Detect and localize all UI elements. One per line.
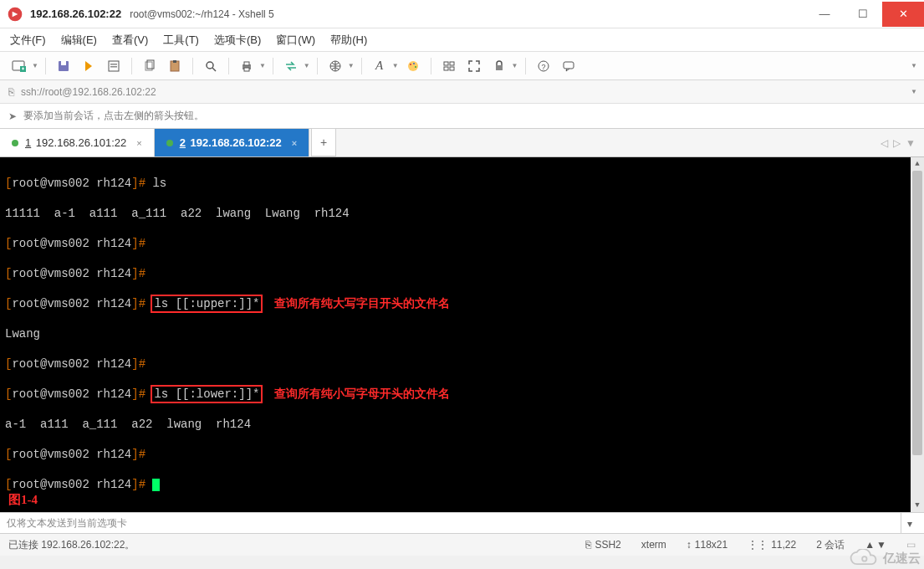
separator bbox=[131, 58, 132, 74]
session-tab-2[interactable]: 2 192.168.26.102:22 × bbox=[155, 129, 309, 156]
dropdown-icon[interactable]: ▼ bbox=[392, 62, 399, 69]
title-bar: 192.168.26.102:22 root@vms002:~/rh124 - … bbox=[0, 0, 924, 28]
status-bar: 已连接 192.168.26.102:22。 ⎘ SSH2 xterm ↕ 11… bbox=[0, 534, 924, 556]
svg-rect-7 bbox=[110, 66, 117, 68]
send-target-dropdown[interactable]: ▾ bbox=[901, 513, 917, 533]
tab-close-icon[interactable]: × bbox=[292, 138, 297, 148]
close-button[interactable]: ✕ bbox=[882, 2, 924, 27]
minimize-button[interactable]: — bbox=[805, 2, 844, 27]
status-protocol: ⎘ SSH2 bbox=[585, 539, 620, 551]
tab-next-icon[interactable]: ▷ bbox=[893, 137, 901, 149]
output-line: Lwang bbox=[5, 326, 919, 341]
svg-rect-21 bbox=[444, 62, 448, 65]
send-placeholder: 仅将文本发送到当前选项卡 bbox=[7, 516, 127, 531]
menu-window[interactable]: 窗口(W) bbox=[276, 33, 315, 48]
new-terminal-icon[interactable] bbox=[8, 55, 30, 77]
feedback-icon[interactable] bbox=[558, 55, 579, 77]
menu-file[interactable]: 文件(F) bbox=[10, 33, 46, 48]
search-icon[interactable] bbox=[200, 55, 222, 77]
status-down-icon[interactable]: ▼ bbox=[876, 539, 886, 551]
menu-help[interactable]: 帮助(H) bbox=[330, 33, 367, 48]
svg-rect-22 bbox=[450, 62, 454, 65]
tab-index: 2 bbox=[180, 136, 186, 149]
sessions-icon[interactable] bbox=[438, 55, 460, 77]
tab-close-icon[interactable]: × bbox=[136, 138, 141, 148]
svg-rect-24 bbox=[450, 67, 454, 70]
highlighted-command: ls [[:upper:]]* bbox=[152, 296, 261, 311]
cursor bbox=[152, 479, 160, 491]
maximize-button[interactable]: ☐ bbox=[844, 2, 882, 27]
window-title: 192.168.26.102:22 bbox=[30, 8, 121, 20]
svg-rect-11 bbox=[173, 60, 176, 63]
scrollbar[interactable]: ▲ ▼ bbox=[911, 157, 924, 512]
address-url[interactable]: ssh://root@192.168.26.102:22 bbox=[21, 86, 156, 98]
print-icon[interactable] bbox=[236, 55, 258, 77]
session-tab-1[interactable]: 1 192.168.26.101:22 × bbox=[0, 129, 155, 156]
svg-point-18 bbox=[410, 64, 411, 65]
menu-view[interactable]: 查看(V) bbox=[112, 33, 148, 48]
transfer-icon[interactable] bbox=[280, 55, 302, 77]
menu-bar: 文件(F) 编辑(E) 查看(V) 工具(T) 选项卡(B) 窗口(W) 帮助(… bbox=[0, 28, 924, 52]
status-cap-icon: ▭ bbox=[906, 539, 916, 551]
dropdown-icon[interactable]: ▼ bbox=[304, 62, 310, 69]
separator bbox=[192, 58, 193, 74]
address-bar: ⎘ ssh://root@192.168.26.102:22 ▼ bbox=[0, 80, 924, 104]
fullscreen-icon[interactable] bbox=[463, 55, 485, 77]
output-line: 11111 a-1 a111 a_111 a22 lwang Lwang rh1… bbox=[5, 206, 919, 221]
prompt-bracket: ]# bbox=[131, 177, 145, 190]
toolbar: ▼ ▼ ▼ ▼ A▼ ▼ ? ▼ bbox=[0, 52, 924, 80]
scroll-thumb[interactable] bbox=[912, 171, 922, 455]
svg-rect-15 bbox=[244, 68, 249, 71]
separator bbox=[431, 58, 431, 74]
prompt: root@vms002 rh124 bbox=[12, 177, 131, 190]
tab-index: 1 bbox=[25, 136, 31, 149]
dropdown-icon[interactable]: ▼ bbox=[32, 62, 38, 69]
paste-icon[interactable] bbox=[164, 55, 186, 77]
reconnect-icon[interactable] bbox=[78, 55, 100, 77]
separator bbox=[228, 58, 229, 74]
dropdown-icon[interactable]: ▼ bbox=[259, 62, 266, 69]
send-bar[interactable]: 仅将文本发送到当前选项卡 ▾ bbox=[0, 512, 924, 534]
window-subtitle: root@vms002:~/rh124 - Xshell 5 bbox=[130, 8, 274, 20]
separator bbox=[45, 58, 46, 74]
addressbar-overflow-icon[interactable]: ▼ bbox=[911, 88, 917, 95]
status-connected: 已连接 192.168.26.102:22。 bbox=[8, 538, 565, 552]
scroll-down-icon[interactable]: ▼ bbox=[911, 499, 924, 512]
svg-point-19 bbox=[413, 63, 415, 64]
status-sessions: 2 会话 bbox=[816, 538, 845, 552]
session-link-icon: ⎘ bbox=[8, 86, 14, 98]
status-up-icon[interactable]: ▲ bbox=[865, 539, 875, 551]
status-dot-icon bbox=[166, 140, 173, 146]
copy-icon[interactable] bbox=[139, 55, 161, 77]
annotation: 查询所有纯小写字母开头的文件名 bbox=[274, 387, 450, 400]
separator bbox=[317, 58, 318, 74]
svg-rect-14 bbox=[244, 62, 249, 65]
tab-list-icon[interactable]: ▼ bbox=[906, 137, 916, 149]
terminal[interactable]: [root@vms002 rh124]# ls 11111 a-1 a111 a… bbox=[0, 157, 924, 512]
menu-edit[interactable]: 编辑(E) bbox=[61, 33, 97, 48]
lock-icon[interactable] bbox=[488, 55, 510, 77]
properties-icon[interactable] bbox=[103, 55, 125, 77]
tab-bar: 1 192.168.26.101:22 × 2 192.168.26.102:2… bbox=[0, 129, 924, 157]
figure-label: 图1-4 bbox=[8, 492, 38, 507]
command: ls bbox=[152, 177, 166, 190]
dropdown-icon[interactable]: ▼ bbox=[348, 62, 355, 69]
help-icon[interactable]: ? bbox=[533, 55, 554, 77]
separator bbox=[361, 58, 362, 74]
add-session-arrow-icon[interactable]: ➤ bbox=[8, 110, 17, 122]
app-icon bbox=[7, 6, 23, 23]
globe-icon[interactable] bbox=[324, 55, 346, 77]
palette-icon[interactable] bbox=[402, 55, 424, 77]
scroll-up-icon[interactable]: ▲ bbox=[911, 157, 924, 171]
menu-tools[interactable]: 工具(T) bbox=[163, 33, 199, 48]
status-nav: ▲ ▼ bbox=[865, 539, 886, 551]
window-controls: — ☐ ✕ bbox=[805, 2, 924, 27]
new-tab-button[interactable]: + bbox=[311, 129, 336, 156]
tab-prev-icon[interactable]: ◁ bbox=[881, 137, 888, 149]
disk-icon[interactable] bbox=[53, 55, 74, 77]
dropdown-icon[interactable]: ▼ bbox=[512, 62, 518, 69]
menu-tabs[interactable]: 选项卡(B) bbox=[214, 33, 261, 48]
toolbar-overflow-icon[interactable]: ▼ bbox=[911, 62, 917, 69]
tab-label: 192.168.26.102:22 bbox=[191, 136, 282, 149]
font-icon[interactable]: A bbox=[369, 55, 391, 77]
